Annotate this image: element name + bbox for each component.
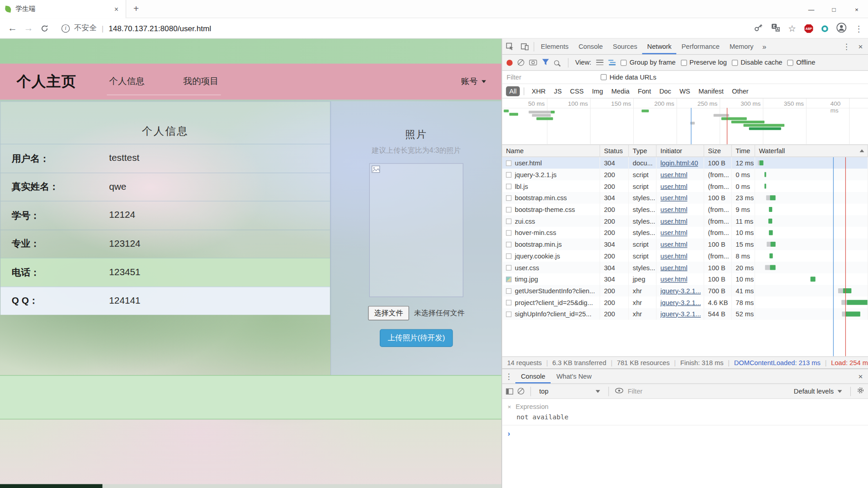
disable-cache-checkbox[interactable]: Disable cache [732,59,783,66]
initiator-link[interactable]: login.html:40 [660,159,698,167]
page-nav-item[interactable]: 个人信息 [107,68,146,94]
tab-close-icon[interactable]: × [112,5,121,13]
drawer-tab[interactable]: What's New [551,369,597,384]
overview-view-icon[interactable] [609,60,616,65]
devtools-menu-button[interactable]: ⋮ [840,42,853,51]
devtools-tab-elements[interactable]: Elements [536,39,573,54]
devtools-tab-memory[interactable]: Memory [725,39,759,54]
extension-icon[interactable] [821,25,828,32]
device-toolbar-button[interactable] [517,39,532,54]
drawer-tab[interactable]: Console [515,369,551,384]
network-request-row[interactable]: jquery.cookie.js200scriptuser.html(from.… [502,250,868,262]
reload-button[interactable] [37,24,53,32]
network-request-row[interactable]: jquery-3.2.1.js200scriptuser.html(from..… [502,169,868,180]
initiator-link[interactable]: user.html [660,240,688,248]
horizontal-scrollbar[interactable] [0,484,501,488]
offline-checkbox[interactable]: Offline [788,59,816,66]
network-type-filter-xhr[interactable]: XHR [528,86,549,96]
network-type-filter-ws[interactable]: WS [676,86,693,96]
profile-avatar-icon[interactable] [836,23,846,35]
initiator-link[interactable]: user.html [660,229,688,236]
network-type-filter-img[interactable]: Img [589,86,606,96]
network-request-row[interactable]: sighUpInfo?client_id=25...200xhrjquery-3… [502,308,868,320]
back-button[interactable]: ← [5,23,21,33]
network-request-row[interactable]: user.css304styles...user.html100 B20 ms [502,262,868,273]
network-request-row[interactable]: bootstrap.min.css304styles...user.html10… [502,192,868,204]
network-type-filter-manifest[interactable]: Manifest [695,86,727,96]
console-settings-icon[interactable] [857,387,864,396]
network-type-filter-doc[interactable]: Doc [656,86,675,96]
network-type-filter-css[interactable]: CSS [567,86,587,96]
column-header-time[interactable]: Time [732,145,755,157]
upload-photo-button[interactable]: 上传照片(待开发) [380,329,453,347]
forward-button[interactable]: → [20,23,37,33]
network-request-row[interactable]: bootstrap-theme.css200styles...user.html… [502,204,868,216]
drawer-menu-button[interactable]: ⋮ [502,372,515,381]
initiator-link[interactable]: user.html [660,182,688,190]
drawer-close-button[interactable]: × [853,372,868,381]
filter-funnel-icon[interactable] [542,58,549,66]
network-request-row[interactable]: bootstrap.min.js304scriptuser.html100 B1… [502,239,868,250]
network-overview[interactable]: 50 ms100 ms150 ms200 ms250 ms300 ms350 m… [502,99,868,145]
translate-icon[interactable] [771,23,780,34]
network-type-filter-js[interactable]: JS [551,86,565,96]
url-text[interactable]: 148.70.137.21:8080/user.html [108,24,211,33]
site-info-button[interactable]: i 不安全 | 148.70.137.21:8080/user.html [61,23,211,33]
network-request-row[interactable]: project?client_id=25&dig...200xhrjquery-… [502,296,868,308]
page-nav-item[interactable]: 我的项目 [181,68,221,94]
column-header-type[interactable]: Type [629,145,656,157]
initiator-link[interactable]: user.html [660,275,688,283]
expression-placeholder[interactable]: Expression [516,403,549,410]
column-header-name[interactable]: Name [502,145,600,157]
column-header-size[interactable]: Size [704,145,732,157]
window-close-button[interactable]: × [845,0,868,18]
network-type-filter-other[interactable]: Other [729,86,752,96]
initiator-link[interactable]: user.html [660,171,688,178]
console-prompt[interactable]: › [502,426,868,438]
network-request-row[interactable]: user.html304docu...login.html:40100 B12 … [502,157,868,169]
initiator-link[interactable]: jquery-3.2.1... [660,310,701,318]
initiator-link[interactable]: user.html [660,206,688,213]
browser-menu-icon[interactable]: ⋮ [855,23,863,33]
window-minimize-button[interactable]: — [800,0,822,18]
network-request-row[interactable]: getUserStudentInfo?clien...200xhrjquery-… [502,285,868,297]
devtools-tab-performance[interactable]: Performance [676,39,724,54]
column-header-status[interactable]: Status [600,145,629,157]
execution-context-selector[interactable]: top [537,387,602,395]
devtools-tab-sources[interactable]: Sources [608,39,642,54]
capture-screenshots-icon[interactable] [529,60,537,65]
devtools-tab-console[interactable]: Console [574,39,608,54]
devtools-tab-network[interactable]: Network [642,39,677,54]
initiator-link[interactable]: user.html [660,194,688,202]
initiator-link[interactable]: user.html [660,252,688,260]
console-sidebar-icon[interactable] [506,388,513,394]
inspect-element-button[interactable] [502,39,517,54]
scrollbar-thumb[interactable] [0,484,103,488]
remove-expression-icon[interactable]: × [508,404,511,410]
network-filter-input[interactable] [506,73,595,81]
console-filter-input[interactable] [628,387,694,395]
network-request-row[interactable]: timg.jpg304jpeguser.html100 B10 ms [502,273,868,285]
group-by-frame-checkbox[interactable]: Group by frame [621,59,676,66]
network-request-row[interactable]: zui.css200styles...user.html(from...11 m… [502,215,868,227]
account-dropdown[interactable]: 账号 [461,76,486,87]
live-expression-eye-icon[interactable] [615,387,623,395]
initiator-link[interactable]: jquery-3.2.1... [660,299,701,306]
preserve-log-checkbox[interactable]: Preserve log [681,59,727,66]
column-header-waterfall[interactable]: Waterfall [755,145,868,157]
initiator-link[interactable]: jquery-3.2.1... [660,287,701,295]
column-header-initiator[interactable]: Initiator [656,145,704,157]
adblock-extension-icon[interactable]: ABP [804,24,813,33]
bookmark-star-icon[interactable]: ☆ [788,23,796,33]
network-type-filter-font[interactable]: Font [634,86,654,96]
choose-file-button[interactable]: 选择文件 [368,306,409,320]
hide-data-urls-checkbox[interactable]: Hide data URLs [601,73,656,81]
window-maximize-button[interactable]: □ [823,0,845,18]
list-view-icon[interactable] [596,60,604,65]
browser-tab[interactable]: 学生端 × [0,0,126,18]
key-icon[interactable] [754,23,763,34]
network-type-filter-media[interactable]: Media [608,86,633,96]
network-type-filter-all[interactable]: All [506,86,520,96]
log-level-selector[interactable]: Default levels [792,387,844,395]
console-clear-button[interactable] [518,388,524,394]
